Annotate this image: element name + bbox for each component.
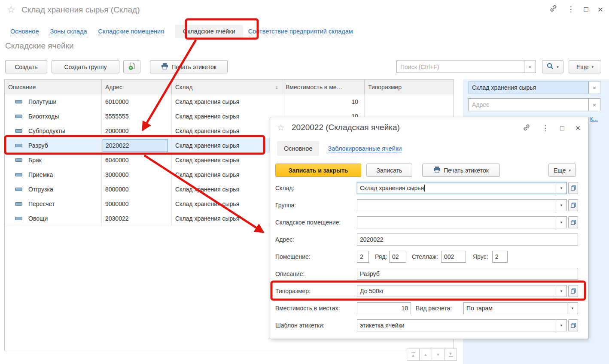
field-label: Помещение: <box>275 251 311 263</box>
column-address[interactable]: Адрес <box>102 80 172 94</box>
column-sizetype[interactable]: Типоразмер <box>365 80 454 94</box>
save-and-close-button[interactable]: Записать и закрыть <box>275 164 361 177</box>
dropdown-caret-icon: ▾ <box>557 65 559 69</box>
close-icon[interactable]: × <box>598 5 603 14</box>
field-label: Вместимость в местах: <box>275 302 340 314</box>
close-icon[interactable]: × <box>576 123 581 133</box>
more-button[interactable]: Еще▾ <box>548 164 576 177</box>
group-field[interactable]: ▾ <box>357 199 567 211</box>
filter-clear-icon[interactable]: × <box>588 82 600 94</box>
field-label: Адрес: <box>275 234 294 246</box>
sort-desc-icon: ↓ <box>275 84 278 91</box>
address-filter: × <box>468 98 600 111</box>
field-label: Шаблон этикетки: <box>275 319 325 331</box>
menu-kebab-icon[interactable]: ⋮ <box>542 124 549 133</box>
table-header: Описание Адрес Склад ↓ Вместимость в ме…… <box>5 80 454 95</box>
column-description[interactable]: Описание <box>5 80 102 94</box>
tab-blocked-cells[interactable]: Заблокированные ячейки <box>328 145 402 152</box>
create-group-button[interactable]: Создать группу <box>52 60 119 73</box>
search-button[interactable]: ▾ <box>542 60 563 73</box>
item-dash-icon <box>15 115 22 118</box>
field-label: Складское помещение: <box>275 216 341 228</box>
print-labels-button[interactable]: Печать этикеток <box>150 60 228 73</box>
document-plus-icon <box>128 62 136 72</box>
item-dash-icon <box>15 129 22 133</box>
go-first-button[interactable]: ▲ <box>407 349 420 361</box>
go-next-button[interactable]: ▼ <box>432 349 445 361</box>
truncated-link[interactable]: к... <box>590 115 598 122</box>
item-dash-icon <box>15 188 22 191</box>
size-type-field[interactable]: До 500кг ▾ <box>357 285 567 297</box>
print-labels-button[interactable]: Печать этикеток <box>422 164 500 177</box>
more-button[interactable]: Еще▾ <box>569 60 601 73</box>
selected-cell-address[interactable]: 2020022 <box>103 139 168 152</box>
warehouse-filter: Склад хранения сырья × <box>468 81 600 94</box>
label-template-field[interactable]: этикетка ячейки ▾ <box>357 319 567 331</box>
description-field[interactable]: Разруб <box>357 268 578 280</box>
favorite-star-icon[interactable]: ☆ <box>7 4 15 15</box>
open-item-icon[interactable] <box>568 319 578 331</box>
go-prev-button[interactable]: ▲ <box>419 349 432 361</box>
premise-field[interactable]: 2 <box>357 251 369 263</box>
table-row[interactable]: Полутуши 6010000 Склад хранения сырья 10 <box>5 94 454 109</box>
item-dash-icon <box>15 217 22 220</box>
tab-main[interactable]: Основное <box>277 141 319 156</box>
open-item-icon[interactable] <box>568 199 578 211</box>
address-field[interactable]: 2020022 <box>357 234 578 246</box>
field-label: Группа: <box>275 199 296 211</box>
cell-dialog: ☆ 2020022 (Складская ячейка) ⋮ □ × Основ… <box>270 117 588 339</box>
save-button[interactable]: Записать <box>366 164 412 177</box>
rack-field[interactable]: 002 <box>441 251 466 263</box>
item-dash-icon <box>15 158 22 162</box>
magnifier-icon <box>547 63 554 71</box>
create-button[interactable]: Создать <box>5 60 47 73</box>
field-label: Типоразмер: <box>275 285 311 297</box>
open-item-icon[interactable] <box>568 216 578 228</box>
menu-kebab-icon[interactable]: ⋮ <box>567 6 574 13</box>
address-filter-input[interactable] <box>469 99 588 111</box>
create-by-copy-button[interactable] <box>123 60 140 73</box>
favorite-star-icon[interactable]: ☆ <box>277 122 285 133</box>
field-label: Стеллаж: <box>412 251 438 263</box>
field-label: Ряд: <box>375 251 387 263</box>
filter-clear-icon[interactable]: × <box>588 99 600 111</box>
link-icon[interactable] <box>549 4 557 14</box>
search-clear-icon[interactable]: × <box>524 61 536 73</box>
dropdown-icon[interactable]: ▾ <box>556 285 566 297</box>
list-scroll-buttons: ▲ ▲ ▼ ▼ <box>407 349 457 361</box>
text-cursor <box>424 185 425 191</box>
page-title: Складские ячейки <box>5 41 74 51</box>
calc-type-field[interactable]: По тарам ▾ <box>463 302 578 314</box>
open-item-icon[interactable] <box>568 285 578 297</box>
app-window: ☆ Склад хранения сырья (Склад) ⋮ □ × Осн… <box>0 0 609 364</box>
storage-room-field[interactable]: ▾ <box>357 216 567 228</box>
printer-icon <box>161 63 168 71</box>
nav-item-rooms[interactable]: Складские помещения <box>98 28 164 35</box>
nav-item-enterprise-map[interactable]: Соответствие предприятий складам <box>248 28 353 35</box>
dropdown-icon[interactable]: ▾ <box>567 303 578 314</box>
nav-item-cells-active[interactable]: Складские ячейки <box>175 25 243 38</box>
nav-bar: Основное Зоны склада Складские помещения… <box>10 25 364 38</box>
field-label: Ярус: <box>473 251 488 263</box>
capacity-field[interactable]: 10 <box>357 302 411 314</box>
warehouse-filter-value[interactable]: Склад хранения сырья <box>469 82 588 94</box>
maximize-icon[interactable]: □ <box>584 6 588 13</box>
dropdown-icon[interactable]: ▾ <box>556 200 566 211</box>
field-label: Вид расчета: <box>416 302 452 314</box>
nav-item-zones[interactable]: Зоны склада <box>50 28 87 35</box>
row-field[interactable]: 02 <box>389 251 406 263</box>
tier-field[interactable]: 2 <box>492 251 508 263</box>
search-input[interactable] <box>397 61 524 73</box>
nav-item-main[interactable]: Основное <box>10 28 39 35</box>
column-capacity[interactable]: Вместимость в ме… <box>282 80 365 94</box>
maximize-icon[interactable]: □ <box>560 124 564 132</box>
dropdown-icon[interactable]: ▾ <box>556 320 566 331</box>
column-warehouse[interactable]: Склад ↓ <box>172 80 282 94</box>
go-last-button[interactable]: ▼ <box>444 349 457 361</box>
open-item-icon[interactable] <box>568 182 578 194</box>
link-icon[interactable] <box>523 124 530 133</box>
dropdown-icon[interactable]: ▾ <box>556 217 566 228</box>
warehouse-field[interactable]: Склад хранения сырья ▾ <box>357 182 567 194</box>
dropdown-icon[interactable]: ▾ <box>556 182 566 194</box>
search-box: × <box>396 61 536 73</box>
